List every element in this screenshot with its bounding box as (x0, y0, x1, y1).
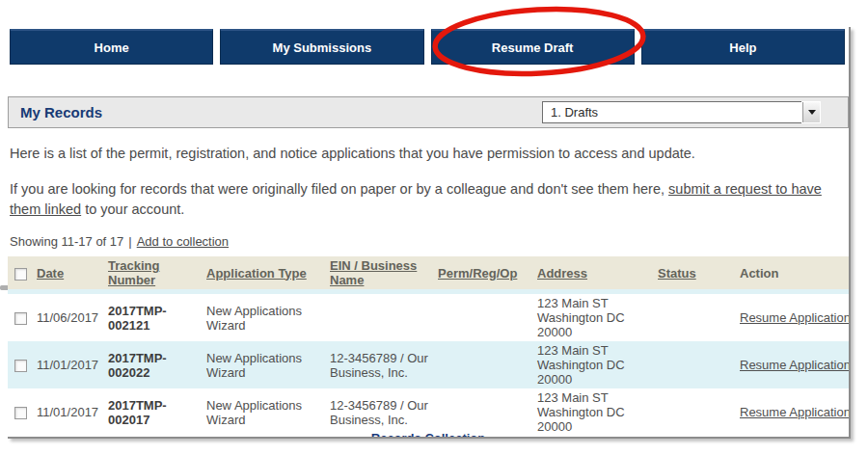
table-row: 11/01/2017 2017TMP-002017 New Applicatio… (8, 388, 849, 436)
column-header-perm-reg-op: Perm/Reg/Op (434, 256, 533, 292)
top-navigation: Home My Submissions Resume Draft Help (10, 29, 845, 65)
cell-perm-reg-op (434, 388, 533, 436)
intro-paragraph-2: If you are looking for records that were… (10, 179, 843, 220)
intro-paragraph-1: Here is a list of the permit, registrati… (10, 144, 843, 164)
column-header-application-type: Application Type (203, 256, 326, 292)
nav-tab-my-submissions[interactable]: My Submissions (220, 29, 423, 65)
cell-status (654, 341, 736, 388)
cell-date: 11/01/2017 (33, 388, 104, 436)
sort-application-type-link[interactable]: Application Type (206, 266, 307, 281)
sort-perm-reg-op-link[interactable]: Perm/Reg/Op (438, 266, 517, 281)
my-records-header-bar: My Records 1. Drafts (8, 96, 849, 128)
showing-count-text: Showing 11-17 of 17 (10, 234, 123, 249)
intro-paragraph-2-prefix: If you are looking for records that were… (10, 181, 668, 197)
select-all-checkbox[interactable] (14, 268, 27, 281)
page-title: My Records (9, 104, 102, 120)
add-to-collection-link[interactable]: Add to collection (137, 234, 229, 249)
sort-address-link[interactable]: Address (537, 266, 587, 281)
separator: | (128, 234, 131, 249)
cell-tracking-number: 2017TMP-002022 (104, 341, 203, 388)
sort-status-link[interactable]: Status (658, 266, 696, 281)
sort-tracking-number-link[interactable]: Tracking Number (108, 258, 159, 287)
nav-tab-resume-draft[interactable]: Resume Draft (431, 29, 635, 65)
table-header-row: Date Tracking Number Application Type EI… (8, 256, 849, 292)
cell-ein-business-name: 12-3456789 / Our Business, Inc. (326, 388, 434, 436)
nav-tab-help[interactable]: Help (641, 29, 845, 65)
records-table: Date Tracking Number Application Type EI… (8, 256, 849, 436)
column-header-address: Address (533, 256, 654, 292)
chevron-down-icon (808, 110, 816, 115)
column-header-tracking-number: Tracking Number (104, 256, 203, 292)
column-header-date: Date (33, 256, 104, 292)
cell-status (654, 292, 736, 342)
cell-address: 123 Main ST Washington DC 20000 (533, 388, 654, 436)
results-summary: Showing 11-17 of 17|Add to collection (10, 234, 229, 249)
cell-application-type: New Applications Wizard (203, 388, 326, 436)
dropdown-arrow-button[interactable] (802, 102, 820, 122)
intro-paragraph-2-suffix: to your account. (81, 201, 184, 217)
table-row: 11/06/2017 2017TMP-002121 New Applicatio… (8, 292, 849, 342)
records-filter-select[interactable]: 1. Drafts (542, 101, 821, 123)
column-header-status: Status (654, 256, 736, 292)
column-header-action: Action (736, 256, 849, 292)
table-row: 11/01/2017 2017TMP-002022 New Applicatio… (8, 341, 849, 388)
resume-application-link[interactable]: Resume Application (740, 358, 849, 372)
cell-application-type: New Applications Wizard (203, 292, 326, 342)
cell-application-type: New Applications Wizard (203, 341, 326, 388)
column-header-ein-business-name: EIN / Business Name (326, 256, 434, 292)
action-header-label: Action (740, 266, 778, 281)
page: Home My Submissions Resume Draft Help My… (0, 0, 868, 455)
sort-ein-business-name-link[interactable]: EIN / Business Name (330, 258, 417, 287)
cell-tracking-number: 2017TMP-002017 (104, 388, 203, 436)
sort-date-link[interactable]: Date (37, 266, 64, 281)
cell-address: 123 Main ST Washington DC 20000 (533, 292, 654, 342)
row-checkbox[interactable] (14, 407, 27, 419)
cell-date: 11/06/2017 (33, 292, 104, 342)
row-checkbox[interactable] (14, 312, 27, 325)
resume-application-link[interactable]: Resume Application (740, 405, 849, 419)
cell-ein-business-name (326, 292, 434, 342)
resume-application-link[interactable]: Resume Application (740, 310, 849, 325)
cell-tracking-number: 2017TMP-002121 (104, 292, 203, 342)
nav-tab-home[interactable]: Home (10, 29, 213, 65)
cell-ein-business-name: 12-3456789 / Our Business, Inc. (326, 341, 434, 388)
cell-perm-reg-op (434, 341, 533, 388)
cell-perm-reg-op (434, 292, 533, 342)
clipped-footer-text: Records Collection (8, 431, 849, 439)
cell-status (654, 388, 736, 436)
row-checkbox[interactable] (14, 360, 27, 372)
cell-address: 123 Main ST Washington DC 20000 (533, 341, 654, 388)
content-container: Home My Submissions Resume Draft Help My… (8, 27, 851, 439)
cell-date: 11/01/2017 (33, 341, 104, 388)
records-filter-selected-value: 1. Drafts (543, 105, 802, 120)
